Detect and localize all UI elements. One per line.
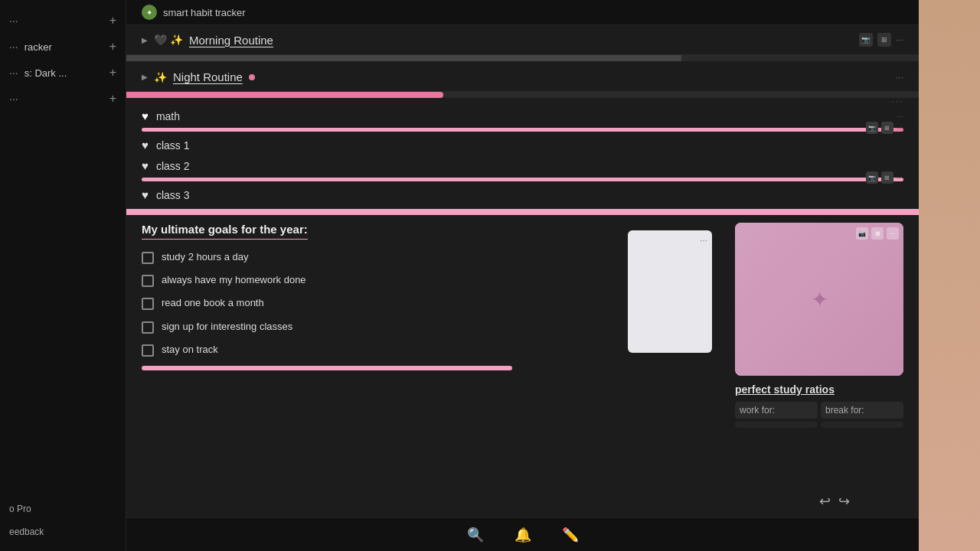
sidebar-label-2: racker	[24, 41, 52, 53]
goal-checkbox-2[interactable]	[142, 298, 154, 310]
morning-camera-icon[interactable]: 📷	[859, 33, 873, 47]
study-ctrl-layout[interactable]: ⊞	[871, 227, 884, 240]
sidebar-plus-1[interactable]: +	[109, 14, 116, 28]
goals-panel: My ultimate goals for the year: study 2 …	[142, 223, 605, 510]
math-ctrl-more[interactable]: ···	[897, 123, 903, 132]
undo-redo-controls: ↩ ↪	[819, 493, 850, 510]
night-more[interactable]: ···	[896, 72, 903, 83]
sidebar-pro[interactable]: o Pro	[0, 497, 126, 520]
morning-progress-fill	[126, 55, 919, 61]
class2-pink-bar: 📷 ⊞ ···	[142, 178, 903, 181]
study-panel: ✦ 📷 ⊞ ··· perfect study ratios work for:…	[735, 223, 903, 510]
goal-checkbox-1[interactable]	[142, 275, 154, 287]
category-class2[interactable]: ♥ class 2	[142, 155, 903, 176]
sidebar-dots-1[interactable]: ···	[9, 15, 18, 27]
math-ctrl-1[interactable]: 📷	[866, 122, 878, 134]
bottom-search-icon[interactable]: 🔍	[467, 527, 484, 543]
study-card-controls: 📷 ⊞ ···	[856, 227, 899, 240]
sidebar-dots-2[interactable]: ···	[9, 41, 18, 53]
app-title-row: ✦ smart habit tracker	[126, 0, 919, 25]
goal-text-0: study 2 hours a day	[162, 250, 248, 264]
sidebar-item-3[interactable]: ··· s: Dark ... +	[0, 60, 126, 86]
morning-routine-row[interactable]: ▶ 🖤 ✨ Morning Routine 📷 ⊞ ···	[126, 25, 919, 55]
main-content: ✦ smart habit tracker ▶ 🖤 ✨ Morning Rout…	[126, 0, 919, 551]
category-class3[interactable]: ♥ class 3	[142, 184, 903, 205]
class2-ctrl-2[interactable]: ⊞	[881, 171, 893, 184]
category-class1[interactable]: ♥ class 1	[142, 135, 903, 155]
sidebar: ··· + ··· racker + ··· s: Dark ... + ···…	[0, 0, 126, 551]
night-progress-dot	[249, 74, 255, 80]
sidebar-plus-2[interactable]: +	[109, 40, 116, 54]
goals-list: study 2 hours a day always have my homew…	[142, 250, 605, 357]
study-card-star: ✦	[811, 287, 828, 312]
sidebar-item-2[interactable]: ··· racker +	[0, 34, 126, 60]
goal-item-2[interactable]: read one book a month	[142, 296, 605, 310]
goals-progress-bar	[142, 366, 512, 370]
morning-icons: 🖤 ✨	[154, 34, 183, 46]
class2-ctrl-more[interactable]: ···	[897, 173, 903, 182]
math-more[interactable]: ···	[897, 112, 903, 121]
sidebar-item-4[interactable]: ··· +	[0, 86, 126, 112]
study-ctrl-camera[interactable]: 📷	[856, 227, 868, 240]
class2-ctrl-1[interactable]: 📷	[866, 171, 878, 184]
goal-item-3[interactable]: sign up for interesting classes	[142, 320, 605, 334]
sidebar-plus-4[interactable]: +	[109, 92, 116, 106]
goal-item-4[interactable]: stay on track	[142, 343, 605, 357]
goal-text-2: read one book a month	[162, 296, 264, 310]
night-expand[interactable]: ▶	[142, 73, 148, 81]
work-val	[735, 422, 818, 428]
night-icons: ✨	[154, 71, 167, 83]
white-card-more[interactable]: ···	[700, 235, 707, 246]
study-ctrl-more[interactable]: ···	[887, 227, 899, 240]
goal-checkbox-0[interactable]	[142, 252, 154, 264]
math-label: math	[156, 110, 180, 122]
break-val	[821, 422, 903, 428]
work-header: work for:	[735, 402, 818, 419]
math-ctrl-2[interactable]: ⊞	[881, 122, 893, 134]
category-math[interactable]: ♥ math ···	[142, 106, 903, 126]
night-progress-fill	[126, 92, 443, 98]
sidebar-dots-3[interactable]: ···	[9, 67, 18, 79]
goal-text-1: always have my homework done	[162, 273, 306, 287]
sidebar-dots-4[interactable]: ···	[9, 93, 18, 105]
class2-label: class 2	[156, 160, 190, 172]
study-title: perfect study ratios	[735, 383, 903, 396]
app-icon: ✦	[142, 5, 157, 20]
scroll-content: My ultimate goals for the year: study 2 …	[126, 215, 919, 517]
break-header: break for:	[821, 402, 903, 419]
study-card-inner: ✦	[735, 223, 903, 376]
goal-item-1[interactable]: always have my homework done	[142, 273, 605, 287]
goals-title: My ultimate goals for the year:	[142, 223, 308, 240]
goal-item-0[interactable]: study 2 hours a day	[142, 250, 605, 264]
undo-button[interactable]: ↩	[819, 493, 831, 510]
main-pink-bar	[126, 209, 919, 215]
categories-section: ♥ math ··· 📷 ⊞ ··· ♥ class 1 ♥ class 2 📷…	[126, 103, 919, 209]
class3-label: class 3	[156, 189, 190, 201]
morning-more[interactable]: ···	[896, 34, 903, 45]
sidebar-item-1[interactable]: ··· +	[0, 8, 126, 34]
sidebar-plus-3[interactable]: +	[109, 66, 116, 80]
bottom-bell-icon[interactable]: 🔔	[514, 527, 531, 543]
morning-expand[interactable]: ▶	[142, 36, 148, 44]
math-heart-icon: ♥	[142, 109, 149, 122]
night-progress-bar	[126, 92, 919, 98]
night-routine-row[interactable]: ▶ ✨ Night Routine ···	[126, 63, 919, 92]
sidebar-label-3: s: Dark ...	[24, 67, 67, 79]
morning-layout-icon[interactable]: ⊞	[877, 33, 891, 47]
morning-title: Morning Routine	[189, 34, 273, 47]
morning-progress-bar	[126, 55, 919, 61]
goal-text-4: stay on track	[162, 343, 218, 357]
class1-label: class 1	[156, 139, 190, 152]
study-pink-card: ✦ 📷 ⊞ ···	[735, 223, 903, 376]
goal-checkbox-4[interactable]	[142, 344, 154, 357]
bottom-edit-icon[interactable]: ✏️	[562, 527, 579, 543]
morning-controls: 📷 ⊞ ···	[859, 33, 903, 47]
goal-checkbox-3[interactable]	[142, 321, 154, 334]
class3-heart-icon: ♥	[142, 188, 149, 201]
white-card: ···	[628, 230, 712, 353]
night-controls: ···	[896, 72, 903, 83]
study-table: work for: break for:	[735, 402, 903, 428]
sidebar-feedback[interactable]: eedback	[0, 520, 126, 543]
redo-button[interactable]: ↪	[838, 493, 850, 510]
class1-heart-icon: ♥	[142, 139, 149, 152]
